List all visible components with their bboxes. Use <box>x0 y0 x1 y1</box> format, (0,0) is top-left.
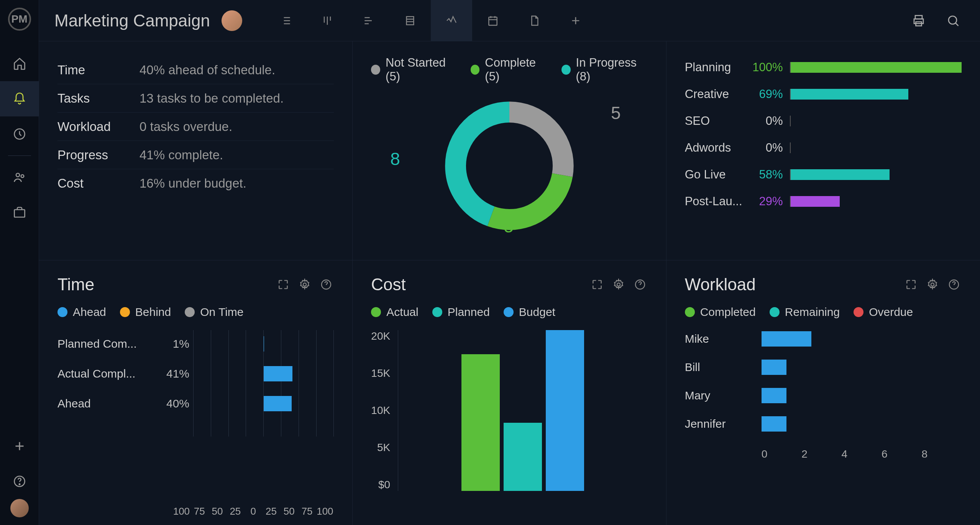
legend-dot-icon <box>185 307 195 317</box>
axis-tick: 2 <box>801 448 841 460</box>
cost-panel-title: Cost <box>371 275 589 294</box>
phase-label: Planning <box>685 61 748 74</box>
sidebar-recent-icon[interactable] <box>0 116 39 152</box>
legend-label: Overdue <box>869 306 913 319</box>
help-icon[interactable] <box>632 277 648 292</box>
summary-value: 13 tasks to be completed. <box>140 91 284 106</box>
workload-row: Bill <box>685 358 962 376</box>
legend-item: Not Started (5) <box>371 56 456 83</box>
sidebar-home-icon[interactable] <box>0 46 39 81</box>
svg-rect-3 <box>14 210 25 218</box>
legend-label: Ahead <box>73 306 106 319</box>
sidebar-user-avatar[interactable] <box>10 499 29 517</box>
gear-icon[interactable] <box>611 277 626 292</box>
workload-bar <box>762 360 786 375</box>
workload-panel: Workload CompletedRemainingOverdue MikeB… <box>666 260 980 525</box>
legend-item: Behind <box>120 306 171 319</box>
sidebar-team-icon[interactable] <box>0 160 39 195</box>
legend-dot-icon <box>685 307 695 317</box>
legend-item: Completed <box>685 306 756 319</box>
phase-bar-track <box>790 142 962 153</box>
summary-value: 41% complete. <box>140 148 223 162</box>
axis-tick: 10K <box>371 404 390 417</box>
phase-bar-track <box>790 89 962 100</box>
axis-tick: 75 <box>298 505 316 517</box>
time-row: Ahead40% <box>57 394 334 414</box>
view-tab-board[interactable] <box>307 0 348 41</box>
view-tab-files[interactable] <box>514 0 555 41</box>
project-owner-avatar[interactable] <box>222 10 242 31</box>
time-row-bar <box>264 336 264 352</box>
gear-icon[interactable] <box>925 277 940 292</box>
phase-bar <box>790 62 962 73</box>
summary-row: Cost16% under budget. <box>57 169 334 198</box>
view-tab-sheet[interactable] <box>389 0 431 41</box>
svg-point-5 <box>19 484 20 484</box>
gear-icon[interactable] <box>297 277 312 292</box>
phase-label: Adwords <box>685 141 748 155</box>
axis-tick: 100 <box>316 505 334 517</box>
legend-item: Actual <box>371 306 418 319</box>
expand-icon[interactable] <box>903 277 919 292</box>
app-logo[interactable]: PM <box>8 8 31 31</box>
svg-point-2 <box>21 175 24 178</box>
workload-bar <box>762 388 786 403</box>
cost-panel: Cost ActualPlannedBudget 20K15K10K5K$0 <box>353 260 666 525</box>
expand-icon[interactable] <box>589 277 605 292</box>
svg-point-17 <box>617 283 620 286</box>
legend-label: In Progress (8) <box>576 56 648 83</box>
phase-progress-row: Adwords0% <box>685 141 962 155</box>
workload-bar <box>762 331 812 347</box>
sidebar-portfolio-icon[interactable] <box>0 195 39 230</box>
legend-dot-icon <box>854 307 863 317</box>
help-icon[interactable] <box>946 277 962 292</box>
search-icon[interactable] <box>942 9 965 32</box>
time-row: Planned Com...1% <box>57 334 334 354</box>
view-tab-list[interactable] <box>265 0 307 41</box>
print-icon[interactable] <box>907 9 930 32</box>
time-row-label: Planned Com... <box>57 337 143 350</box>
phase-bar <box>790 142 791 153</box>
summary-row: Progress41% complete. <box>57 141 334 169</box>
legend-dot-icon <box>504 307 514 317</box>
legend-label: Actual <box>386 306 418 319</box>
workload-row: Mary <box>685 387 962 404</box>
sidebar-help-icon[interactable] <box>0 464 39 499</box>
legend-dot-icon <box>432 307 442 317</box>
view-tab-add[interactable] <box>555 0 596 41</box>
workload-panel-title: Workload <box>685 275 903 294</box>
summary-row: Tasks13 tasks to be completed. <box>57 84 334 113</box>
phase-progress-row: Planning100% <box>685 61 962 74</box>
view-tab-gantt[interactable] <box>348 0 389 41</box>
axis-tick: 6 <box>882 448 921 460</box>
summary-panel: Time40% ahead of schedule.Tasks13 tasks … <box>39 41 353 260</box>
phase-progress-panel: Planning100%Creative69%SEO0%Adwords0%Go … <box>666 41 980 260</box>
phase-progress-row: Post-Lau...29% <box>685 195 962 208</box>
phase-progress-row: Creative69% <box>685 87 962 101</box>
workload-label: Jennifer <box>685 417 762 430</box>
svg-rect-6 <box>407 16 414 25</box>
help-icon[interactable] <box>318 277 334 292</box>
expand-icon[interactable] <box>276 277 291 292</box>
summary-label: Time <box>57 63 140 77</box>
summary-row: Workload0 tasks overdue. <box>57 113 334 141</box>
axis-tick: 75 <box>190 505 208 517</box>
project-title: Marketing Campaign <box>54 11 210 30</box>
phase-label: Go Live <box>685 168 748 182</box>
axis-tick: 4 <box>842 448 882 460</box>
donut-label-inprogress: 8 <box>390 149 400 169</box>
donut-label-notstarted: 5 <box>611 103 621 123</box>
time-row-pct: 1% <box>143 337 189 350</box>
legend-item: Overdue <box>854 306 913 319</box>
phase-label: SEO <box>685 114 748 128</box>
time-row-pct: 41% <box>143 367 189 380</box>
phase-progress-row: SEO0% <box>685 114 962 128</box>
phase-bar-track <box>790 62 962 73</box>
time-row-label: Ahead <box>57 397 143 410</box>
view-tab-dashboard[interactable] <box>431 0 472 41</box>
sidebar-notifications-icon[interactable] <box>0 81 39 116</box>
view-tab-calendar[interactable] <box>472 0 514 41</box>
legend-item: Planned <box>432 306 490 319</box>
legend-label: Behind <box>135 306 171 319</box>
sidebar-add-icon[interactable] <box>0 429 39 464</box>
